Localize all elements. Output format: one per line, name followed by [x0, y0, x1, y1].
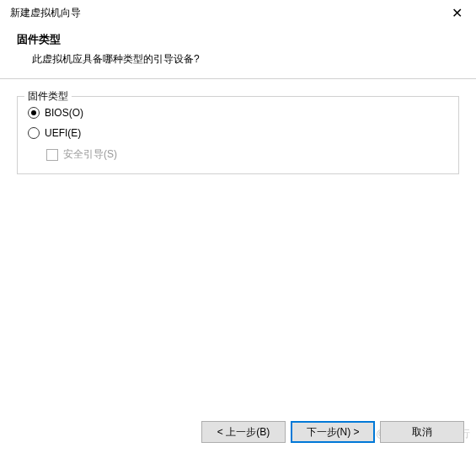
page-title: 固件类型: [17, 32, 459, 47]
group-label: 固件类型: [24, 89, 72, 104]
radio-uefi[interactable]: UEFI(E): [28, 127, 448, 139]
radio-bios-label: BIOS(O): [45, 107, 83, 119]
radio-icon: [28, 127, 40, 139]
back-button[interactable]: < 上一步(B): [201, 421, 286, 443]
close-icon[interactable]: ✕: [448, 5, 466, 21]
firmware-type-group: 固件类型 BIOS(O) UEFI(E) 安全引导(S): [17, 96, 459, 174]
window-title: 新建虚拟机向导: [10, 6, 81, 20]
checkbox-secure-boot: 安全引导(S): [46, 147, 448, 162]
checkbox-icon: [46, 149, 58, 161]
radio-bios[interactable]: BIOS(O): [28, 107, 448, 119]
page-subtitle: 此虚拟机应具备哪种类型的引导设备?: [32, 52, 459, 67]
radio-icon: [28, 107, 40, 119]
cancel-button[interactable]: 取消: [380, 421, 464, 443]
wizard-header: 固件类型 此虚拟机应具备哪种类型的引导设备?: [0, 25, 476, 78]
titlebar: 新建虚拟机向导 ✕: [0, 0, 476, 25]
next-button[interactable]: 下一步(N) >: [291, 421, 375, 443]
wizard-content: 固件类型 BIOS(O) UEFI(E) 安全引导(S): [0, 79, 476, 184]
wizard-footer: < 上一步(B) 下一步(N) > 取消: [201, 421, 464, 443]
checkbox-secure-boot-label: 安全引导(S): [63, 147, 117, 162]
radio-uefi-label: UEFI(E): [45, 127, 81, 139]
